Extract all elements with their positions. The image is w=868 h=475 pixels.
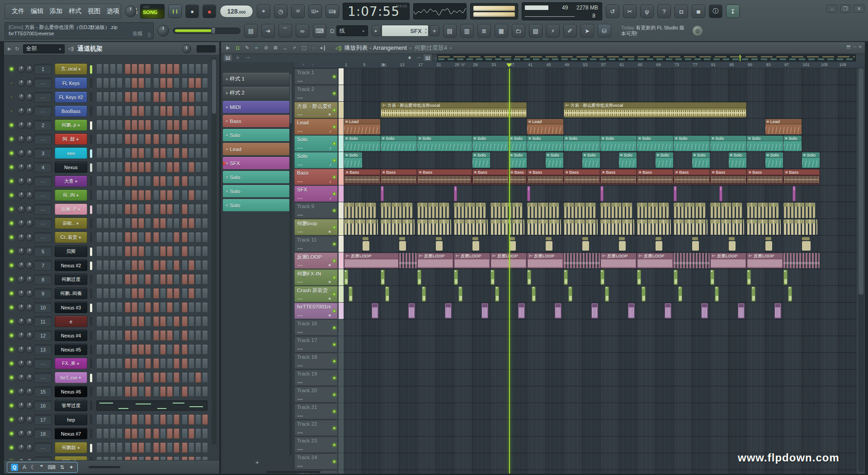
playlist-follow-button[interactable]: ▤	[244, 24, 258, 38]
clip-bass[interactable]: ≡ Bass	[381, 169, 417, 185]
clip-fx[interactable]	[422, 286, 426, 302]
step-cell[interactable]	[132, 218, 137, 228]
track-led[interactable]	[333, 460, 336, 463]
clip-blob[interactable]	[802, 236, 811, 252]
channel-number[interactable]: 13	[34, 344, 52, 355]
track-options-dots[interactable]: •••	[297, 230, 303, 234]
step-cell[interactable]	[160, 386, 166, 397]
channel-volume-knob[interactable]	[26, 121, 33, 129]
step-cell[interactable]	[167, 386, 173, 397]
channel-filter-selector[interactable]: 全部▸	[23, 44, 65, 53]
clip-chop[interactable]	[344, 203, 376, 218]
step-cell[interactable]	[182, 316, 188, 327]
step-cell[interactable]	[174, 288, 179, 299]
track-options-dots[interactable]: •••	[297, 163, 303, 167]
step-cell[interactable]	[125, 330, 131, 341]
track-header[interactable]: Track 24•••	[294, 453, 338, 470]
channel-number[interactable]: ---	[34, 358, 52, 369]
channel-pan-knob[interactable]	[18, 444, 25, 451]
step-cell[interactable]	[195, 106, 201, 116]
channel-mute-led[interactable]	[9, 193, 14, 197]
step-cell[interactable]	[145, 92, 151, 102]
step-cell[interactable]	[138, 246, 144, 256]
channel-button[interactable]: Nexus #3	[55, 302, 87, 313]
track-color-strip[interactable]	[339, 219, 344, 235]
channel-number[interactable]: ---	[34, 372, 52, 383]
step-cell[interactable]	[138, 120, 144, 130]
channel-button[interactable]: 贝斯	[55, 246, 87, 257]
step-cell[interactable]	[174, 92, 179, 102]
clip-fx[interactable]	[605, 286, 609, 302]
step-cell[interactable]	[153, 358, 159, 369]
step-cell[interactable]	[110, 302, 116, 313]
channel-button[interactable]: 管琴过度	[55, 400, 87, 411]
menu-item-3[interactable]: 样式	[66, 7, 85, 15]
channel-volume-knob[interactable]	[26, 318, 33, 325]
track-options-dots[interactable]: •••	[297, 247, 303, 251]
step-cell[interactable]	[167, 218, 173, 228]
step-cell[interactable]	[189, 372, 194, 383]
step-cell[interactable]	[145, 106, 151, 116]
clip-bass[interactable]: ≡ Bass	[472, 169, 509, 185]
step-cell[interactable]	[103, 120, 109, 130]
channel-button[interactable]: Nexus #7	[55, 428, 87, 439]
step-cell[interactable]	[110, 288, 116, 299]
step-cell[interactable]	[103, 218, 109, 228]
step-cell[interactable]	[174, 218, 179, 228]
step-cell[interactable]	[138, 78, 144, 88]
step-cell[interactable]	[202, 414, 208, 425]
typing-keyboard-button[interactable]: ⌨	[313, 24, 326, 38]
step-cell[interactable]	[96, 92, 102, 102]
pattern-item[interactable]: ≡Solo	[223, 185, 290, 197]
channel-volume-knob[interactable]	[26, 93, 33, 101]
channel-number[interactable]: 8	[34, 274, 52, 285]
clip-pat[interactable]: ≡ Solo	[747, 136, 783, 151]
step-cell[interactable]	[103, 428, 109, 439]
channel-mute-led[interactable]	[9, 165, 14, 169]
channel-pan-knob[interactable]	[18, 107, 25, 115]
step-cell[interactable]	[202, 372, 208, 383]
clip-chop2[interactable]	[710, 219, 744, 235]
channel-volume-knob[interactable]	[26, 233, 33, 241]
track-color-strip[interactable]	[339, 403, 344, 419]
clip-sliver[interactable]	[381, 186, 384, 201]
channel-pan-knob[interactable]	[18, 290, 25, 297]
clip-chop[interactable]	[710, 203, 742, 218]
step-cell[interactable]	[125, 232, 131, 242]
timeline-ruler[interactable]: ✕ ✓ + 1591317212529333741454953576165697…	[221, 62, 865, 68]
step-cell[interactable]	[174, 64, 179, 74]
step-cell[interactable]	[174, 358, 179, 369]
panel-browser-button[interactable]: 🗀	[512, 24, 525, 38]
clip-pat[interactable]: ≡ Solo	[674, 136, 710, 151]
step-cell[interactable]	[138, 442, 144, 453]
step-cell[interactable]	[195, 372, 201, 383]
step-cell[interactable]	[117, 442, 123, 453]
step-cell[interactable]	[195, 386, 201, 397]
step-cell[interactable]	[167, 316, 173, 327]
channel-volume-knob[interactable]	[26, 219, 33, 227]
clip-fx[interactable]	[491, 270, 495, 285]
tool-wrench-icon[interactable]: ✦	[69, 464, 74, 470]
clip-loop[interactable]: ⊢ 反擦LOOP	[417, 253, 453, 268]
clip-pat[interactable]: ≡ Solo	[417, 136, 472, 151]
step-cell[interactable]	[153, 232, 159, 242]
step-cell[interactable]	[138, 344, 144, 355]
track-options-dots[interactable]: •••	[297, 113, 303, 117]
step-cell[interactable]	[132, 232, 137, 242]
channel-button[interactable]: 何..IN∗	[55, 190, 87, 201]
track-header[interactable]: Track 2•••	[294, 85, 338, 101]
step-cell[interactable]	[145, 316, 151, 327]
channel-pan-knob[interactable]	[18, 93, 25, 101]
clip-fx[interactable]	[454, 270, 458, 285]
clip-blob[interactable]	[692, 236, 699, 252]
minimize-button[interactable]: –	[826, 5, 837, 13]
track-header[interactable]: 何鹏loop•••∗	[294, 219, 338, 235]
step-cell[interactable]	[103, 442, 109, 453]
step-cell[interactable]	[189, 204, 194, 214]
step-cell[interactable]	[167, 330, 173, 341]
track-header[interactable]: Solo•••♪	[294, 135, 338, 152]
help-button[interactable]: ?	[657, 5, 671, 18]
step-cell[interactable]	[195, 316, 201, 327]
step-cell[interactable]	[182, 302, 188, 313]
step-cell[interactable]	[174, 78, 179, 88]
